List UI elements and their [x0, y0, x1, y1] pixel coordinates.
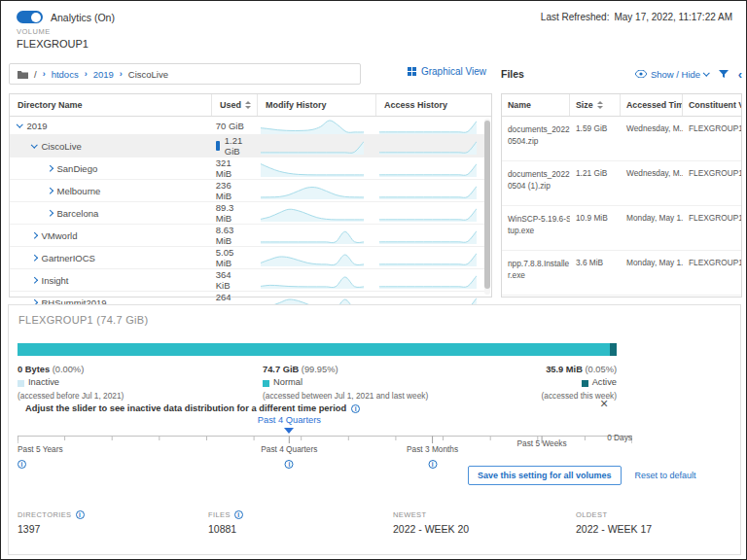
close-icon[interactable]: ×: [600, 397, 608, 410]
chevron-right-icon[interactable]: [47, 188, 53, 193]
volume-label: VOLUME: [17, 27, 89, 36]
show-hide-button[interactable]: Show / Hide: [635, 69, 709, 80]
chevron-right-icon[interactable]: [47, 165, 53, 171]
access-history-sparkline: [379, 182, 477, 199]
volume-name: FLEXGROUP1: [17, 38, 89, 50]
directory-row-2019[interactable]: 2019 70 GiB: [10, 117, 484, 135]
file-row: documents_20220504 (1).zip 1.21 GiB Wedn…: [502, 161, 741, 206]
graphical-view-button[interactable]: Graphical View: [408, 66, 486, 77]
legend-inactive: 0 Bytes (0.00%) Inactive (accessed befor…: [18, 364, 124, 402]
bar-segment-normal: [18, 343, 610, 356]
info-icon[interactable]: i: [351, 404, 360, 413]
inactive-swatch-icon: [18, 380, 24, 387]
chevron-down-icon[interactable]: [17, 121, 22, 126]
column-accessed-time: Accessed Time: [621, 94, 683, 116]
files-title: Files: [501, 68, 524, 80]
directory-panel: / › htdocs › 2019 › CiscoLive Graphical …: [9, 63, 492, 298]
chevron-right-icon[interactable]: [31, 232, 37, 238]
stat-oldest: OLDEST 2022 - WEEK 17: [576, 510, 652, 535]
info-icon[interactable]: i: [76, 510, 85, 519]
breadcrumb: / › htdocs › 2019 › CiscoLive: [9, 63, 361, 85]
access-history-sparkline: [379, 271, 477, 289]
file-row: npp.7.8.8.Installer.exe 3.6 MiB Monday, …: [502, 251, 741, 296]
breadcrumb-htdocs[interactable]: htdocs: [52, 69, 79, 80]
directory-row-gartneriocs[interactable]: GartnerIOCS 5.05 MiB: [10, 247, 484, 269]
chevron-right-icon: ›: [43, 69, 46, 79]
breadcrumb-2019[interactable]: 2019: [93, 69, 114, 80]
modify-history-sparkline: [261, 204, 364, 222]
modify-history-sparkline: [261, 137, 364, 155]
collapse-panel-icon[interactable]: ‹: [738, 68, 742, 81]
access-history-sparkline: [379, 204, 477, 222]
last-refreshed: Last Refreshed: May 17, 2022, 11:17:22 A…: [541, 12, 732, 22]
analytics-toggle[interactable]: [17, 11, 43, 23]
capacity-title: FLEXGROUP1 (74.7 GiB): [18, 314, 148, 326]
directory-row-barcelona[interactable]: Barcelona 89.3 MiB: [10, 202, 484, 225]
stat-directories: DIRECTORIESi 1397: [18, 510, 85, 535]
column-size-sort[interactable]: Size: [570, 94, 621, 116]
access-history-sparkline: [379, 117, 477, 134]
directory-row-ciscolive[interactable]: CiscoLive 1.21 GiB: [10, 135, 484, 158]
slider-marker-icon[interactable]: [284, 428, 294, 434]
tick-label-past-5-years: Past 5 Years: [18, 444, 63, 454]
breadcrumb-current: CiscoLive: [128, 69, 168, 80]
chevron-right-icon: ›: [120, 69, 123, 79]
access-history-sparkline: [379, 159, 477, 177]
tick-label-0-days: 0 Days: [607, 433, 632, 442]
directory-row-melbourne[interactable]: Melbourne 236 MiB: [10, 180, 484, 202]
access-history-sparkline: [379, 137, 477, 155]
breadcrumb-root[interactable]: /: [34, 69, 37, 80]
chevron-right-icon[interactable]: [31, 277, 37, 283]
column-used-sort[interactable]: Used: [212, 94, 258, 116]
modify-history-sparkline: [261, 117, 364, 134]
chevron-right-icon[interactable]: [31, 255, 37, 261]
column-name: Name: [502, 94, 570, 116]
active-swatch-icon: [582, 380, 588, 387]
last-refreshed-label: Last Refreshed:: [541, 12, 610, 22]
modify-history-sparkline: [261, 159, 364, 177]
file-system-analytics-page: Analytics (On) Last Refreshed: May 17, 2…: [0, 0, 747, 560]
legend-normal: 74.7 GiB (99.95%) Normal (accessed betwe…: [263, 364, 428, 402]
directory-row-sandiego[interactable]: SanDiego 321 MiB: [10, 158, 484, 180]
capacity-bar: [18, 343, 617, 356]
save-setting-button[interactable]: Save this setting for all volumes: [468, 466, 622, 485]
stat-newest: NEWEST 2022 - WEEK 20: [393, 510, 469, 535]
modify-history-sparkline: [261, 182, 364, 199]
slider-prompt: Adjust the slider to see inactive data d…: [25, 403, 360, 413]
stats-row: DIRECTORIESi 1397 FILESi 10881 NEWEST 20…: [18, 510, 737, 549]
directory-row-vmworld[interactable]: VMworld 8.63 MiB: [10, 225, 484, 247]
toggle-knob-icon: [31, 13, 41, 22]
analytics-label: Analytics (On): [51, 12, 115, 23]
access-history-sparkline: [379, 249, 477, 266]
top-bar: Analytics (On) Last Refreshed: May 17, 2…: [17, 11, 732, 23]
files-panel: Files Show / Hide ‹ Name Size: [501, 63, 742, 298]
chevron-right-icon[interactable]: [47, 210, 53, 216]
modify-history-sparkline: [261, 271, 364, 289]
files-table: Name Size Accessed Time Constituent Volu…: [501, 93, 742, 298]
column-access-history: Access History: [376, 94, 491, 116]
reset-to-default-link[interactable]: Reset to default: [635, 471, 696, 480]
tick-label-past-4-quarters: Past 4 Quarters: [261, 444, 317, 454]
directory-row-insight[interactable]: Insight 364 KiB: [10, 269, 484, 292]
files-table-header: Name Size Accessed Time Constituent Volu…: [502, 94, 741, 117]
sort-icon: [597, 101, 603, 109]
vertical-scrollbar[interactable]: [484, 119, 490, 295]
tick-label-past-3-months: Past 3 Months: [407, 444, 458, 454]
info-icon[interactable]: i: [285, 460, 294, 469]
slider-selected-label: Past 4 Quarters: [258, 415, 321, 425]
sort-icon: [245, 101, 251, 109]
stat-files: FILESi 10881: [208, 510, 243, 535]
grid-icon: [408, 67, 416, 76]
directory-table-header: Directory Name Used Modify History Acces…: [10, 94, 491, 117]
info-icon[interactable]: i: [428, 460, 437, 469]
scrollbar-thumb[interactable]: [484, 121, 490, 289]
filter-icon[interactable]: [719, 70, 729, 79]
info-icon[interactable]: i: [234, 510, 243, 519]
access-history-sparkline: [379, 227, 477, 244]
chevron-down-icon[interactable]: [31, 141, 37, 147]
info-icon[interactable]: i: [18, 460, 26, 469]
capacity-legend: 0 Bytes (0.00%) Inactive (accessed befor…: [18, 364, 617, 402]
bar-segment-active: [610, 343, 617, 356]
eye-icon: [635, 70, 647, 78]
column-directory-name: Directory Name: [10, 94, 212, 116]
